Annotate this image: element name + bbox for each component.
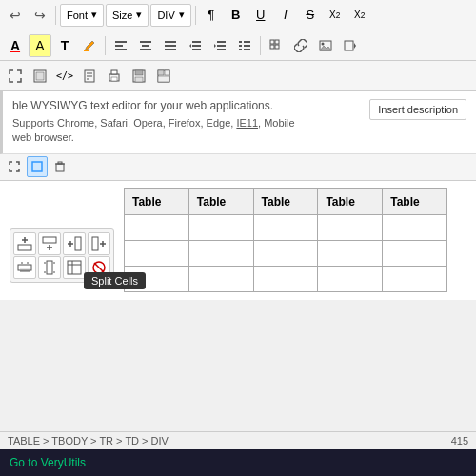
delete-col-button[interactable] [38,256,61,279]
svg-rect-57 [43,237,56,243]
code-button[interactable]: </> [53,65,76,88]
svg-rect-25 [270,40,274,44]
redo-button[interactable]: ↪ [29,4,51,27]
table-cell[interactable] [318,266,383,291]
widget-button[interactable] [29,65,51,88]
table-cell[interactable] [253,240,318,266]
mini-trash-button[interactable] [50,156,70,177]
svg-rect-1 [84,50,89,51]
save-button[interactable] [128,65,150,88]
size-dropdown[interactable]: Size ▾ [106,4,149,27]
table-grid-button[interactable] [265,34,288,57]
expand-button[interactable] [4,65,27,88]
indent-inc-button[interactable] [208,34,231,57]
undo-button[interactable]: ↩ [4,4,27,27]
table-wrapper: Split Cells Table Table Table Table Tabl… [0,181,476,300]
media-button[interactable] [339,34,362,57]
svg-marker-31 [320,46,331,50]
table-cell[interactable] [125,240,189,266]
svg-rect-60 [75,237,81,250]
separator3 [105,36,106,55]
table-cell[interactable] [318,214,383,240]
table-cell[interactable] [383,240,447,266]
insert-col-left-button[interactable] [63,232,86,255]
table-header-cell: Table [318,188,383,214]
table-cell[interactable] [188,266,253,291]
mini-box-button[interactable] [27,156,48,177]
editor-table: Table Table Table Table Table [124,188,447,292]
svg-marker-0 [85,41,94,50]
superscript-button[interactable]: X2 [348,4,371,27]
template-button[interactable] [152,65,175,88]
underline-button[interactable]: U [249,4,272,27]
svg-rect-47 [158,70,164,75]
table-cell[interactable] [125,214,189,240]
insert-col-right-button[interactable] [88,232,110,255]
svg-rect-23 [239,49,242,50]
print-button[interactable] [103,65,126,88]
insert-description-button[interactable]: Insert description [369,99,466,120]
toolbar-row1: ↩ ↪ Font ▾ Size ▾ DIV ▾ ¶ B U I S X2 X2 [0,0,476,30]
svg-rect-28 [275,45,279,49]
svg-rect-15 [217,41,226,43]
align-justify-button[interactable] [159,34,182,57]
svg-point-30 [322,42,325,45]
svg-rect-2 [115,41,127,43]
table-header-cell: Table [188,188,253,214]
veryutils-link[interactable]: Go to VeryUtils [10,456,86,469]
table-header-cell: Table [125,188,189,214]
table-cell[interactable] [383,266,447,291]
indent-dec-button[interactable] [184,34,207,57]
italic-button[interactable]: I [274,4,297,27]
svg-rect-16 [217,45,226,47]
svg-rect-12 [192,45,201,47]
font-T-button[interactable]: T [53,34,76,57]
svg-rect-50 [32,162,42,171]
insert-row-above-button[interactable] [13,232,36,255]
table-header-cell: Table [253,188,318,214]
font-bg-A-button[interactable]: A [29,34,51,57]
editor-area: ble WYSIWYG text editor for your web app… [0,91,476,154]
table-row [125,214,447,240]
bold-button[interactable]: B [225,4,248,27]
mini-expand-button[interactable] [4,156,25,177]
svg-rect-35 [36,72,44,80]
doc-button[interactable] [78,65,101,88]
table-cell[interactable] [383,214,447,240]
svg-rect-3 [115,45,123,47]
insert-row-below-button[interactable] [38,232,61,255]
table-cell[interactable] [318,240,383,266]
svg-rect-8 [165,41,176,43]
link-button[interactable] [289,34,312,57]
svg-marker-18 [214,44,216,48]
svg-rect-9 [165,45,176,47]
paragraph-button[interactable]: ¶ [200,4,223,27]
font-dropdown[interactable]: Font ▾ [60,4,104,27]
cell-toolbar-row1 [13,232,110,255]
delete-table-button[interactable] [63,256,86,279]
table-header-row: Table Table Table Table Table [125,188,447,214]
svg-rect-41 [111,70,117,74]
svg-rect-27 [270,45,274,49]
table-cell[interactable] [188,214,253,240]
delete-row-button[interactable] [13,256,36,279]
status-bar: TABLE > TBODY > TR > TD > DIV 415 [0,431,476,449]
font-color-A-button[interactable]: A [4,34,27,57]
svg-rect-26 [275,40,279,44]
subscript-button[interactable]: X2 [324,4,347,27]
strikethrough-button[interactable]: S [299,4,322,27]
align-center-button[interactable] [134,34,157,57]
table-cell[interactable] [253,266,318,291]
table-cell[interactable] [253,214,318,240]
align-left-button[interactable] [109,34,132,57]
highlight-button[interactable] [78,34,101,57]
image-button[interactable] [314,34,337,57]
svg-rect-71 [47,261,52,274]
svg-rect-51 [56,164,64,171]
table-cell[interactable] [188,240,253,266]
svg-rect-4 [115,49,127,50]
svg-rect-44 [135,70,143,75]
list-button[interactable] [233,34,256,57]
svg-rect-48 [165,70,169,75]
div-dropdown[interactable]: DIV ▾ [150,4,190,27]
